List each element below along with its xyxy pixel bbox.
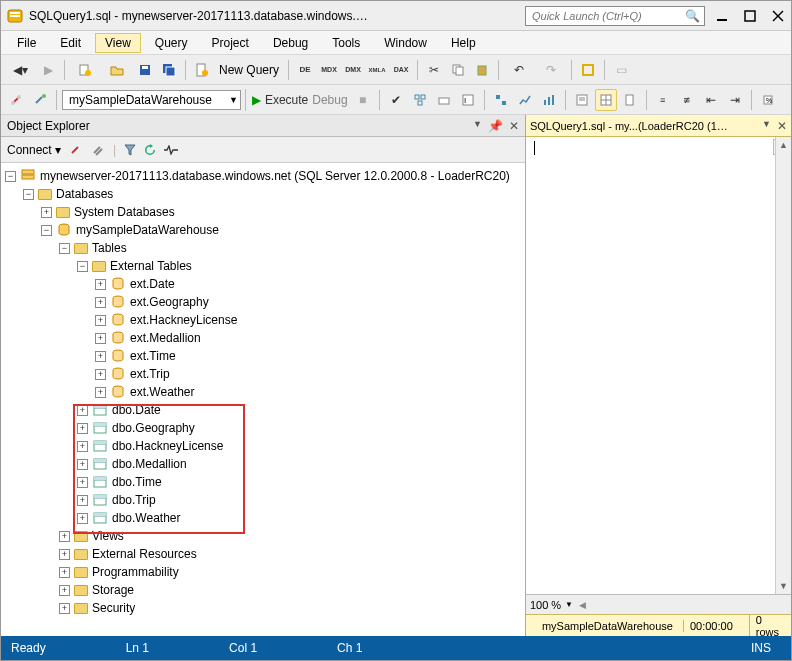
quick-launch-input[interactable] <box>530 9 685 23</box>
menu-project[interactable]: Project <box>202 33 259 53</box>
nav-back-button[interactable]: ◀▾ <box>5 59 35 81</box>
stop-button[interactable]: ■ <box>352 89 374 111</box>
table-node[interactable]: dbo.Medallion <box>112 457 187 471</box>
results-to-text-button[interactable] <box>571 89 593 111</box>
object-explorer-tree[interactable]: −mynewserver-20171113.database.windows.n… <box>1 163 525 636</box>
include-live-stats-button[interactable] <box>514 89 536 111</box>
connect-button[interactable]: Connect ▾ <box>7 143 61 157</box>
minimize-button[interactable] <box>715 9 729 23</box>
filter-icon[interactable] <box>124 144 136 156</box>
execute-icon[interactable]: ▶ <box>252 93 261 107</box>
scroll-left-icon[interactable]: ◀ <box>579 600 586 610</box>
new-query-label[interactable]: New Query <box>215 63 283 77</box>
expand-toggle[interactable]: + <box>59 603 70 614</box>
dmx-icon[interactable]: DMX <box>342 59 364 81</box>
quick-launch[interactable]: 🔍 <box>525 6 705 26</box>
table-node[interactable]: dbo.Weather <box>112 511 181 525</box>
scroll-down-icon[interactable]: ▼ <box>776 578 791 594</box>
system-databases-node[interactable]: System Databases <box>74 205 175 219</box>
refresh-icon[interactable] <box>144 144 156 156</box>
table-node[interactable]: ext.Medallion <box>130 331 201 345</box>
undo-button[interactable]: ↶ <box>504 59 534 81</box>
specify-values-button[interactable]: % <box>757 89 779 111</box>
database-node[interactable]: mySampleDataWarehouse <box>76 223 219 237</box>
table-node[interactable]: dbo.Geography <box>112 421 195 435</box>
folder-node[interactable]: Storage <box>92 583 134 597</box>
scroll-up-icon[interactable]: ▲ <box>776 137 791 153</box>
increase-indent-button[interactable]: ⇥ <box>724 89 746 111</box>
expand-toggle[interactable]: − <box>5 171 16 182</box>
expand-toggle[interactable]: − <box>59 243 70 254</box>
disconnect-icon[interactable] <box>69 143 83 157</box>
disconnect-all-icon[interactable] <box>91 143 105 157</box>
xmla-icon[interactable]: XMLA <box>366 59 388 81</box>
table-node[interactable]: ext.Geography <box>130 295 209 309</box>
menu-edit[interactable]: Edit <box>50 33 91 53</box>
save-button[interactable] <box>134 59 156 81</box>
comment-button[interactable]: ≡ <box>652 89 674 111</box>
expand-toggle[interactable]: + <box>95 369 106 380</box>
close-button[interactable] <box>771 9 785 23</box>
table-node[interactable]: ext.Weather <box>130 385 194 399</box>
solution-button[interactable]: ▭ <box>610 59 632 81</box>
change-connection-icon[interactable] <box>29 89 51 111</box>
document-tab[interactable]: SQLQuery1.sql - my...(LoaderRC20 (125)) … <box>526 115 791 137</box>
new-item-button[interactable] <box>70 59 100 81</box>
menu-file[interactable]: File <box>7 33 46 53</box>
table-node[interactable]: dbo.Time <box>112 475 162 489</box>
expand-toggle[interactable]: + <box>59 531 70 542</box>
open-button[interactable] <box>102 59 132 81</box>
table-node[interactable]: ext.Date <box>130 277 175 291</box>
databases-node[interactable]: Databases <box>56 187 113 201</box>
search-icon[interactable]: 🔍 <box>685 9 700 23</box>
expand-toggle[interactable]: − <box>23 189 34 200</box>
pin-icon[interactable]: 📌 <box>488 119 503 133</box>
query-options-button[interactable] <box>433 89 455 111</box>
activity-icon[interactable] <box>164 145 178 155</box>
dropdown-icon[interactable]: ▼ <box>762 119 771 133</box>
menu-help[interactable]: Help <box>441 33 486 53</box>
results-to-file-button[interactable] <box>619 89 641 111</box>
copy-button[interactable] <box>447 59 469 81</box>
server-node[interactable]: mynewserver-20171113.database.windows.ne… <box>40 169 510 183</box>
expand-toggle[interactable]: + <box>59 585 70 596</box>
table-node[interactable]: dbo.Trip <box>112 493 156 507</box>
estimated-plan-button[interactable] <box>409 89 431 111</box>
debug-button[interactable]: Debug <box>312 93 347 107</box>
redo-button[interactable]: ↷ <box>536 59 566 81</box>
expand-toggle[interactable]: + <box>77 423 88 434</box>
include-client-stats-button[interactable] <box>538 89 560 111</box>
find-button[interactable] <box>577 59 599 81</box>
sql-editor[interactable]: ▾ ▲ ▼ <box>526 137 791 594</box>
folder-node[interactable]: Security <box>92 601 135 615</box>
expand-toggle[interactable]: + <box>77 513 88 524</box>
expand-toggle[interactable]: + <box>59 549 70 560</box>
expand-toggle[interactable]: + <box>95 315 106 326</box>
connection-icon[interactable] <box>5 89 27 111</box>
nav-forward-button[interactable]: ▶ <box>37 59 59 81</box>
expand-toggle[interactable]: + <box>77 495 88 506</box>
menu-tools[interactable]: Tools <box>322 33 370 53</box>
uncomment-button[interactable]: ≢ <box>676 89 698 111</box>
menu-view[interactable]: View <box>95 33 141 53</box>
expand-toggle[interactable]: + <box>95 387 106 398</box>
folder-node[interactable]: Programmability <box>92 565 179 579</box>
de-icon[interactable]: DE <box>294 59 316 81</box>
save-all-button[interactable] <box>158 59 180 81</box>
expand-toggle[interactable]: + <box>95 333 106 344</box>
paste-button[interactable] <box>471 59 493 81</box>
expand-toggle[interactable]: + <box>77 459 88 470</box>
table-node[interactable]: dbo.HackneyLicense <box>112 439 223 453</box>
expand-toggle[interactable]: + <box>77 441 88 452</box>
maximize-button[interactable] <box>743 9 757 23</box>
chevron-down-icon[interactable]: ▼ <box>565 600 573 609</box>
expand-toggle[interactable]: − <box>77 261 88 272</box>
table-node[interactable]: ext.Time <box>130 349 176 363</box>
dropdown-icon[interactable]: ▼ <box>473 119 482 133</box>
expand-toggle[interactable]: − <box>41 225 52 236</box>
table-node[interactable]: ext.Trip <box>130 367 170 381</box>
expand-toggle[interactable]: + <box>95 351 106 362</box>
execute-button[interactable]: Execute <box>265 93 308 107</box>
close-panel-icon[interactable]: ✕ <box>509 119 519 133</box>
folder-node[interactable]: Views <box>92 529 124 543</box>
